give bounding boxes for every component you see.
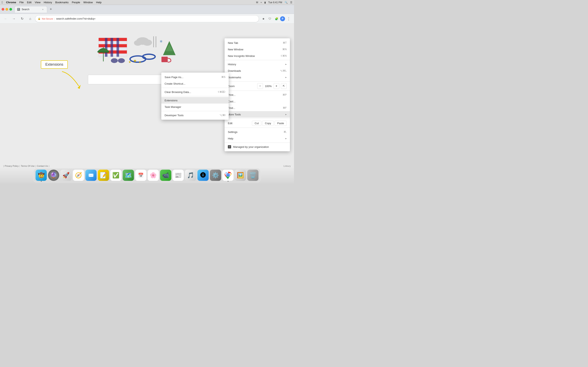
footer-privacy-link[interactable]: Privacy Policy (5, 165, 18, 167)
dock-preview[interactable]: 🖼️ (235, 170, 246, 181)
svg-point-29 (227, 174, 229, 176)
forward-button[interactable]: → (11, 16, 17, 22)
extension-puzzle-icon[interactable]: 🧩 (274, 16, 279, 22)
dock-reminders[interactable]: ✅ (110, 170, 121, 181)
svg-point-17 (111, 58, 118, 63)
maximize-window-button[interactable] (9, 8, 12, 11)
dock-music[interactable]: 🎵 (185, 170, 196, 181)
shield-icon[interactable]: 🛡 (267, 16, 273, 22)
menubar-history[interactable]: History (42, 1, 53, 4)
apple-menu-icon[interactable]:  (2, 1, 3, 4)
menubar-view[interactable]: View (33, 1, 42, 4)
news-icon: 📰 (174, 172, 182, 179)
footer-brand: Linkury (284, 165, 291, 167)
zoom-plus-button[interactable]: + (274, 83, 279, 89)
navbar: ← → ↻ ⌂ 🔒 Not Secure | search.safefinder… (0, 14, 294, 24)
menu-divider-4 (225, 118, 290, 119)
tab-area: 🔍 Search × + (15, 6, 292, 13)
close-window-button[interactable] (2, 8, 4, 11)
menu-find[interactable]: Find... ⌘F (225, 105, 290, 111)
tab-close-button[interactable]: × (41, 8, 44, 11)
dock-chrome[interactable] (222, 170, 233, 181)
dock-facetime[interactable]: 📹 (160, 170, 171, 181)
avatar-icon[interactable]: P (280, 16, 285, 21)
edit-copy-button[interactable]: Copy (262, 121, 274, 126)
tooltip-arrow-svg (60, 69, 85, 90)
menu-divider-2 (225, 81, 290, 82)
svg-point-9 (134, 40, 142, 46)
omnibox[interactable]: 🔒 Not Secure | search.safefinder.com/?st… (35, 15, 259, 22)
svg-text:★: ★ (129, 60, 131, 64)
menu-divider-1 (225, 60, 290, 60)
submenu-extensions[interactable]: Extensions (161, 97, 229, 104)
menubar-notification-icon[interactable]: ☰ (290, 1, 292, 4)
zoom-controls: − 100% + ⇱ (257, 83, 287, 89)
menu-divider-6 (225, 142, 290, 143)
menu-help[interactable]: Help ▸ (225, 135, 290, 142)
menu-more-tools[interactable]: More Tools ▸ (225, 111, 290, 118)
menubar-window[interactable]: Window (82, 1, 94, 4)
menu-new-incognito[interactable]: New Incognito Window ⇧⌘N (225, 53, 290, 59)
menu-print[interactable]: Print... ⌘P (225, 92, 290, 98)
menubar-help[interactable]: Help (95, 1, 103, 4)
dock-finder[interactable]: 🤠 (35, 170, 47, 181)
chrome-menu-button[interactable]: ⋮ (286, 16, 292, 22)
dock-safari[interactable]: 🧭 (73, 170, 84, 181)
zoom-minus-button[interactable]: − (257, 83, 263, 89)
menu-history[interactable]: History ▸ (225, 61, 290, 67)
dock-trash[interactable]: 🗑️ (247, 170, 259, 181)
trash-icon: 🗑️ (249, 172, 256, 179)
edit-paste-button[interactable]: Paste (275, 121, 287, 126)
svg-rect-22 (162, 57, 168, 62)
finder-icon: 🤠 (38, 172, 44, 178)
tab-search[interactable]: 🔍 Search × (15, 6, 47, 13)
edit-cut-button[interactable]: Cut (252, 121, 261, 126)
svg-text:★: ★ (139, 60, 141, 64)
back-button[interactable]: ← (2, 16, 9, 22)
submenu-save-page[interactable]: Save Page As... ⌘S (161, 74, 229, 80)
menu-new-tab[interactable]: New Tab ⌘T (225, 40, 290, 46)
home-button[interactable]: ⌂ (27, 16, 34, 22)
extensions-tooltip: Extensions (41, 60, 68, 69)
bookmark-star-button[interactable]: ★ (260, 16, 266, 22)
new-tab-button[interactable]: + (48, 7, 54, 12)
submenu-clear-browsing[interactable]: Clear Browsing Data... ⇧⌘⌦ (161, 89, 229, 95)
menu-new-window[interactable]: New Window ⌘N (225, 46, 290, 53)
dock-mail[interactable]: ✉️ (85, 170, 96, 181)
menu-bookmarks[interactable]: Bookmarks ▸ (225, 74, 290, 81)
dock-appstore[interactable]: 🅐 (198, 170, 209, 181)
dock-system-preferences[interactable]: ⚙️ (210, 170, 221, 181)
dock-calendar[interactable]: 📅 (135, 170, 146, 181)
omnibox-separator: | (54, 17, 55, 20)
rocket-icon: 🚀 (62, 172, 70, 179)
menubar-search-icon[interactable]: 🔍 (285, 1, 288, 4)
submenu-create-shortcut[interactable]: Create Shortcut... (161, 80, 229, 87)
omnibox-url[interactable]: search.safefinder.com/?st=ds&q= (56, 17, 256, 20)
dock-maps[interactable]: 🗺️ (123, 170, 134, 181)
submenu-developer-tools[interactable]: Developer Tools ⌥⌘I (161, 112, 229, 118)
menubar-chrome[interactable]: Chrome (4, 1, 18, 4)
dock-notes[interactable]: 📝 (98, 170, 109, 181)
submenu-task-manager[interactable]: Task Manager (161, 104, 229, 110)
menu-downloads[interactable]: Downloads ⌥⌘L (225, 67, 290, 74)
extensions-tooltip-label: Extensions (45, 62, 63, 67)
security-label: Not Secure (42, 17, 53, 20)
menu-cast[interactable]: Cast... (225, 98, 290, 105)
menubar-edit[interactable]: Edit (25, 1, 33, 4)
navbar-icons: ★ 🛡 🧩 P ⋮ (260, 16, 292, 22)
menubar-bookmarks[interactable]: Bookmarks (54, 1, 70, 4)
dock-rocket[interactable]: 🚀 (61, 170, 72, 181)
footer-contact-link[interactable]: Contact Us (37, 165, 48, 167)
zoom-fullscreen-button[interactable]: ⇱ (281, 83, 287, 89)
reload-button[interactable]: ↻ (19, 16, 25, 22)
menubar-people[interactable]: People (70, 1, 82, 4)
menu-managed[interactable]: ☷ Managed by your organization (225, 143, 290, 150)
dock-siri[interactable]: 🔮 (48, 170, 59, 181)
menu-settings[interactable]: Settings ⌘, (225, 129, 290, 135)
dock-news[interactable]: 📰 (173, 170, 184, 181)
siri-icon: 🔮 (50, 172, 57, 179)
footer-terms-link[interactable]: Terms Of Use (21, 165, 35, 167)
minimize-window-button[interactable] (6, 8, 8, 11)
dock-photos[interactable]: 🌸 (148, 170, 159, 181)
menubar-file[interactable]: File (18, 1, 25, 4)
